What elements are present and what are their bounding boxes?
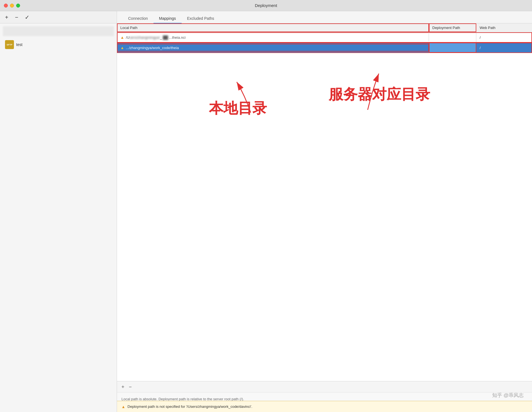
row-local-path-1: ▲ /Users/zhangmingya/_ ██ ...theia.nci	[117, 33, 429, 41]
tab-mappings[interactable]: Mappings	[153, 14, 182, 23]
col-local-path-header: Local Path	[117, 23, 429, 32]
titlebar: Deployment	[0, 0, 532, 11]
window-title: Deployment	[255, 3, 277, 8]
row-web-path-2: /	[476, 44, 532, 52]
row-web-path-1: /	[476, 34, 532, 41]
warning-bar: ▲ Deployment path is not specified for '…	[117, 401, 532, 412]
table-row-selected[interactable]: ▲ .../zhangmingya/work_code/theia /	[117, 43, 532, 53]
sidebar-blurred-items	[3, 26, 114, 36]
confirm-button[interactable]: ✓	[24, 14, 31, 21]
bottom-toolbar: + −	[117, 381, 532, 392]
row-local-path-text-2: .../zhangmingya/work_code/theia	[126, 46, 179, 50]
main-layout: + − ✓ test Connection Mappings Excluded …	[0, 11, 532, 412]
row-deployment-path-1[interactable]	[429, 32, 476, 42]
add-button[interactable]: +	[4, 14, 9, 21]
row-local-path-text-1: /Users/zhangmingya/_ ██ ...theia.nci	[126, 35, 186, 40]
tab-excluded-paths[interactable]: Excluded Paths	[182, 14, 220, 23]
traffic-lights	[4, 4, 20, 8]
right-panel: Connection Mappings Excluded Paths Local…	[117, 11, 532, 412]
table-header: Local Path Deployment Path Web Path	[117, 23, 532, 32]
sidebar-item-test[interactable]: test	[3, 38, 114, 51]
remove-mapping-button[interactable]: −	[129, 384, 132, 389]
col-web-path-header: Web Path	[476, 23, 532, 32]
tab-connection[interactable]: Connection	[123, 14, 153, 23]
sftp-icon	[5, 40, 14, 49]
minimize-button[interactable]	[10, 4, 14, 8]
col-deployment-path-header: Deployment Path	[429, 23, 476, 32]
table-rows: ▲ /Users/zhangmingya/_ ██ ...theia.nci /…	[117, 32, 532, 381]
table-area: Local Path Deployment Path Web Path ▲ /U…	[117, 23, 532, 381]
sidebar-content: test	[0, 23, 117, 412]
warning-icon: ▲	[120, 35, 124, 40]
maximize-button[interactable]	[16, 4, 20, 8]
warning-bar-text: Deployment path is not specified for '/U…	[128, 404, 252, 409]
sidebar-toolbar: + − ✓	[0, 11, 117, 23]
warning-bar-icon: ▲	[121, 404, 125, 409]
tabs-bar: Connection Mappings Excluded Paths	[117, 11, 532, 23]
remove-button[interactable]: −	[14, 14, 19, 21]
close-button[interactable]	[4, 4, 8, 8]
sidebar-item-label: test	[16, 42, 23, 47]
table-row[interactable]: ▲ /Users/zhangmingya/_ ██ ...theia.nci /	[117, 32, 532, 43]
sidebar: + − ✓ test	[0, 11, 117, 412]
add-mapping-button[interactable]: +	[121, 384, 125, 389]
warning-icon-2: ▲	[120, 45, 124, 50]
row-local-path-2: ▲ .../zhangmingya/work_code/theia	[117, 44, 429, 52]
row-deployment-path-2[interactable]	[429, 43, 476, 53]
